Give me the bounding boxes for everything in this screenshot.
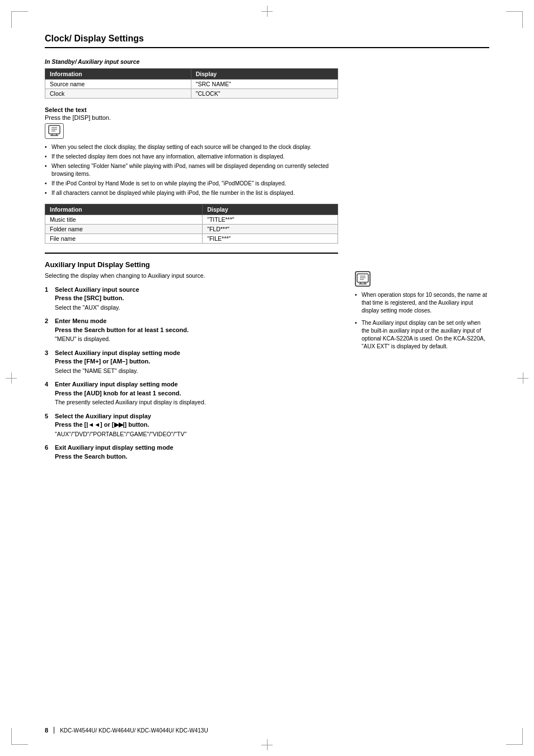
list-item: If the selected display item does not ha… bbox=[45, 153, 338, 161]
step-title: Enter Menu mode bbox=[55, 317, 338, 325]
footer-separator bbox=[54, 727, 54, 734]
step-content: Enter Menu mode Press the Search button … bbox=[55, 317, 338, 343]
step-instruction: Press the Search button. bbox=[55, 452, 338, 461]
step-title: Enter Auxiliary input display setting mo… bbox=[55, 380, 338, 389]
step-instruction: Press the [FM+] or [AM–] button. bbox=[55, 357, 338, 366]
table-row: File name"FILE***" bbox=[45, 234, 338, 244]
list-item: If all characters cannot be displayed wh… bbox=[45, 189, 338, 197]
step-number: 4 bbox=[45, 380, 53, 389]
standby-table-header-info: Information bbox=[45, 69, 191, 80]
ipod-table-header-info: Information bbox=[45, 204, 203, 215]
table-cell-info: Folder name bbox=[45, 225, 203, 234]
table-cell-display: "TITLE***" bbox=[203, 215, 338, 225]
step-instruction: Press the [|◄◄] or [▶▶|] button. bbox=[55, 421, 338, 429]
table-row: Source name"SRC NAME" bbox=[45, 80, 338, 89]
standby-heading: In Standby/ Auxiliary input source bbox=[45, 58, 338, 65]
standby-table-header-display: Display bbox=[191, 69, 338, 80]
step-row: 2 Enter Menu mode Press the Search butto… bbox=[45, 317, 338, 343]
aux-section-subtext: Selecting the display when changing to A… bbox=[45, 272, 338, 279]
list-item: If the iPod Control by Hand Mode is set … bbox=[45, 180, 338, 188]
page-number: 8 bbox=[45, 727, 48, 734]
aux-section: Auxiliary Input Display Setting Selectin… bbox=[45, 253, 338, 461]
step-row: 3 Select Auxiliary input display setting… bbox=[45, 349, 338, 375]
left-column: In Standby/ Auxiliary input source Infor… bbox=[45, 58, 338, 466]
step-number: 3 bbox=[45, 349, 53, 357]
table-cell-info: Source name bbox=[45, 80, 191, 89]
step-row: 6 Exit Auxiliary input display setting m… bbox=[45, 444, 338, 461]
table-row: Music title"TITLE***" bbox=[45, 215, 338, 225]
steps-block: 1 Select Auxiliary input source Press th… bbox=[45, 286, 338, 461]
page-footer: 8 KDC-W4544U/ KDC-W4644U/ KDC-W4044U/ KD… bbox=[45, 727, 489, 734]
step-note: The presently selected Auxiliary input d… bbox=[55, 398, 338, 407]
step-content: Select Auxiliary input display setting m… bbox=[55, 349, 338, 375]
step-number: 1 bbox=[45, 286, 53, 294]
step-row: 4 Enter Auxiliary input display setting … bbox=[45, 380, 338, 406]
page-title: Clock/ Display Settings bbox=[45, 34, 489, 48]
step-row: 5 Select the Auxiliary input display Pre… bbox=[45, 412, 338, 438]
step-number: 6 bbox=[45, 444, 53, 452]
select-text-heading: Select the text bbox=[45, 106, 338, 113]
step-content: Select Auxiliary input source Press the … bbox=[55, 286, 338, 311]
step-instruction: Press the [AUD] knob for at least 1 seco… bbox=[55, 389, 338, 398]
list-item: The Auxiliary input display can be set o… bbox=[355, 319, 489, 351]
step-note: "MENU" is displayed. bbox=[55, 335, 338, 343]
disp-icon bbox=[45, 123, 64, 139]
footer-model: KDC-W4544U/ KDC-W4644U/ KDC-W4044U/ KDC-… bbox=[60, 727, 208, 734]
step-instruction: Press the [SRC] button. bbox=[55, 294, 338, 302]
standby-table: Information Display Source name"SRC NAME… bbox=[45, 68, 338, 99]
step-number: 5 bbox=[45, 412, 53, 421]
step-content: Select the Auxiliary input display Press… bbox=[55, 412, 338, 438]
right-column: When operation stops for 10 seconds, the… bbox=[355, 58, 489, 466]
step-content: Exit Auxiliary input display setting mod… bbox=[55, 444, 338, 461]
right-panel-icon bbox=[355, 271, 371, 287]
step-title: Select the Auxiliary input display bbox=[55, 412, 338, 421]
ipod-table: Information Display Music title"TITLE***… bbox=[45, 204, 338, 244]
table-cell-display: "FILE***" bbox=[203, 234, 338, 244]
ipod-table-header-display: Display bbox=[203, 204, 338, 215]
step-title: Select Auxiliary input display setting m… bbox=[55, 349, 338, 357]
step-note: Select the "NAME SET" display. bbox=[55, 367, 338, 375]
aux-section-title: Auxiliary Input Display Setting bbox=[45, 260, 338, 269]
step-number: 2 bbox=[45, 317, 53, 325]
table-cell-display: "CLOCK" bbox=[191, 89, 338, 99]
bullet-notes-list: When you select the clock display, the d… bbox=[45, 143, 338, 197]
table-cell-info: Clock bbox=[45, 89, 191, 99]
step-note: Select the "AUX" display. bbox=[55, 304, 338, 312]
step-note: "AUX"/"DVD"/"PORTABLE"/"GAME"/"VIDEO"/"T… bbox=[55, 430, 338, 438]
step-title: Exit Auxiliary input display setting mod… bbox=[55, 444, 338, 452]
table-cell-info: File name bbox=[45, 234, 203, 244]
list-item: When you select the clock display, the d… bbox=[45, 143, 338, 151]
right-notes-list: When operation stops for 10 seconds, the… bbox=[355, 291, 489, 351]
select-text-press: Press the [DISP] button. bbox=[45, 114, 338, 121]
list-item: When operation stops for 10 seconds, the… bbox=[355, 291, 489, 315]
step-row: 1 Select Auxiliary input source Press th… bbox=[45, 286, 338, 311]
table-row: Clock"CLOCK" bbox=[45, 89, 338, 99]
list-item: When selecting "Folder Name" while playi… bbox=[45, 162, 338, 178]
step-instruction: Press the Search button for at least 1 s… bbox=[55, 326, 338, 334]
table-cell-display: "FLD***" bbox=[203, 225, 338, 234]
table-cell-info: Music title bbox=[45, 215, 203, 225]
table-cell-display: "SRC NAME" bbox=[191, 80, 338, 89]
table-row: Folder name"FLD***" bbox=[45, 225, 338, 234]
step-title: Select Auxiliary input source bbox=[55, 286, 338, 294]
step-content: Enter Auxiliary input display setting mo… bbox=[55, 380, 338, 406]
